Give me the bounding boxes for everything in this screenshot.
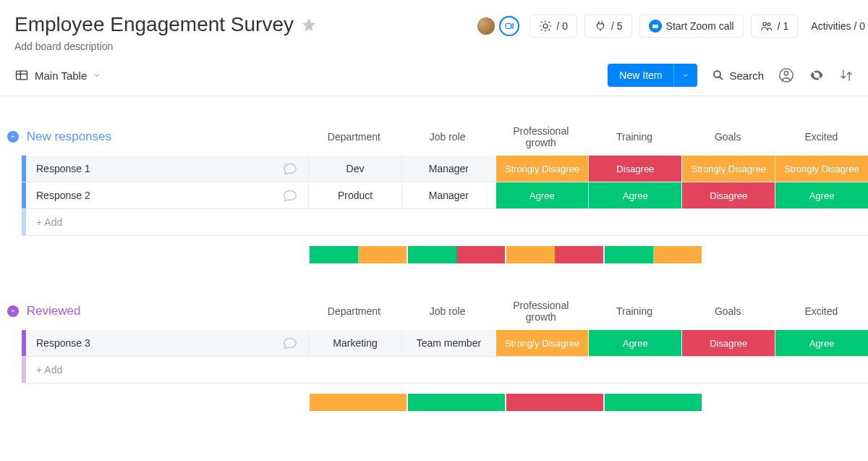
cell-department[interactable]: Marketing <box>308 330 401 356</box>
cell-excited[interactable]: Agree <box>775 182 868 208</box>
plug-icon <box>594 20 607 33</box>
people-icon <box>760 20 773 33</box>
cell-goals[interactable]: Disagree <box>681 182 775 208</box>
conversation-icon[interactable] <box>272 187 308 203</box>
svg-point-1 <box>543 24 548 28</box>
automations-button[interactable]: / 0 <box>529 14 577 38</box>
avatar-icon <box>477 17 495 35</box>
table-row[interactable]: Response 3 Marketing Team member Strongl… <box>22 330 868 357</box>
cell-training[interactable]: Disagree <box>588 156 681 182</box>
item-name[interactable]: Response 2 <box>26 182 272 208</box>
cell-goals[interactable]: Strongly Disagree <box>681 156 775 182</box>
cell-department[interactable]: Dev <box>308 156 401 182</box>
robot-icon <box>539 20 552 33</box>
summary-goals <box>505 246 603 263</box>
new-item-button[interactable]: New Item <box>608 64 697 87</box>
person-icon <box>778 67 794 83</box>
conversation-icon[interactable] <box>272 335 308 351</box>
members-button[interactable]: / 1 <box>751 14 799 38</box>
column-header-goals[interactable]: Goals <box>681 124 775 150</box>
table-row[interactable]: Response 1 Dev Manager Strongly Disagree… <box>22 156 868 182</box>
column-header-excited[interactable]: Excited <box>775 124 868 150</box>
board-avatar[interactable] <box>475 12 522 41</box>
svg-rect-0 <box>506 24 511 29</box>
cell-professional-growth[interactable]: Strongly Disagree <box>495 330 589 356</box>
view-bar: Main Table New Item Search <box>0 58 868 96</box>
view-switcher[interactable]: Main Table <box>14 68 101 83</box>
person-filter-button[interactable] <box>778 67 794 83</box>
hide-columns-button[interactable] <box>809 67 825 83</box>
table-row[interactable]: Response 2 Product Manager Agree Agree D… <box>22 182 868 209</box>
cell-job-role[interactable]: Manager <box>401 182 495 208</box>
add-item-label[interactable]: + Add <box>26 357 324 383</box>
zoom-icon <box>649 20 662 33</box>
summary-professional-growth <box>308 394 407 411</box>
svg-rect-4 <box>17 71 27 80</box>
new-item-label: New Item <box>608 64 673 87</box>
search-label: Search <box>729 69 764 82</box>
search-icon <box>712 69 725 82</box>
board-content: New responses Department Job role Profes… <box>0 96 868 461</box>
column-header-department[interactable]: Department <box>307 124 401 150</box>
column-header-training[interactable]: Training <box>587 298 681 324</box>
board-title[interactable]: Employee Engagement Survey <box>14 13 294 36</box>
group-title[interactable]: Reviewed <box>21 297 307 326</box>
activities-button[interactable]: Activities / 0 <box>808 16 868 36</box>
cell-job-role[interactable]: Team member <box>401 330 495 356</box>
summary-training <box>407 394 505 411</box>
column-header-job-role[interactable]: Job role <box>401 124 494 150</box>
zoom-label: Start Zoom call <box>666 20 734 32</box>
cell-excited[interactable]: Agree <box>775 330 868 356</box>
sort-icon <box>839 68 854 83</box>
column-header-excited[interactable]: Excited <box>775 298 868 324</box>
integrations-count: / 5 <box>611 20 623 32</box>
zoom-call-button[interactable]: Start Zoom call <box>639 14 744 38</box>
chevron-down-icon <box>93 71 101 80</box>
conversation-icon[interactable] <box>272 161 308 177</box>
group-collapse-toggle[interactable] <box>6 131 21 143</box>
group-collapse-toggle[interactable] <box>6 305 21 317</box>
summary-goals <box>505 394 603 411</box>
svg-point-2 <box>762 22 766 26</box>
automations-count: / 0 <box>556 20 568 32</box>
integrations-button[interactable]: / 5 <box>584 14 632 38</box>
column-header-professional-growth[interactable]: Professional growth <box>494 118 587 156</box>
new-item-dropdown[interactable] <box>673 64 697 87</box>
search-button[interactable]: Search <box>712 69 764 82</box>
item-name[interactable]: Response 1 <box>26 156 272 182</box>
column-header-goals[interactable]: Goals <box>681 298 775 324</box>
last-seen-icon <box>499 16 519 36</box>
cell-goals[interactable]: Disagree <box>681 330 775 356</box>
column-header-training[interactable]: Training <box>587 124 681 150</box>
group-new-responses: New responses Department Job role Profes… <box>6 118 868 263</box>
cell-professional-growth[interactable]: Strongly Disagree <box>495 156 589 182</box>
group-reviewed: Reviewed Department Job role Professiona… <box>6 292 868 411</box>
group-color-bar <box>22 357 26 383</box>
group-color-bar <box>22 209 26 235</box>
table-icon <box>14 68 29 83</box>
board-description[interactable]: Add board description <box>14 41 854 52</box>
group-summary-row <box>6 394 868 411</box>
cell-department[interactable]: Product <box>308 182 401 208</box>
item-name[interactable]: Response 3 <box>26 330 272 356</box>
column-header-professional-growth[interactable]: Professional growth <box>494 292 587 330</box>
summary-training <box>407 246 505 263</box>
cell-professional-growth[interactable]: Agree <box>495 182 589 208</box>
group-title[interactable]: New responses <box>21 122 307 151</box>
sort-button[interactable] <box>839 68 854 83</box>
group-summary-row <box>6 246 868 263</box>
summary-excited <box>603 394 702 411</box>
favorite-star-icon[interactable] <box>301 17 317 33</box>
cell-excited[interactable]: Strongly Disagree <box>775 156 868 182</box>
cell-training[interactable]: Agree <box>588 182 681 208</box>
view-name: Main Table <box>35 69 87 82</box>
column-header-department[interactable]: Department <box>307 298 401 324</box>
cell-job-role[interactable]: Manager <box>401 156 495 182</box>
column-header-job-role[interactable]: Job role <box>401 298 494 324</box>
cell-training[interactable]: Agree <box>588 330 681 356</box>
add-item-row[interactable]: + Add <box>22 209 868 236</box>
add-item-row[interactable]: + Add <box>22 357 868 384</box>
svg-point-7 <box>784 72 788 76</box>
add-item-label[interactable]: + Add <box>26 209 324 235</box>
top-controls: / 0 / 5 Start Zoom call / 1 Activities /… <box>475 12 868 41</box>
